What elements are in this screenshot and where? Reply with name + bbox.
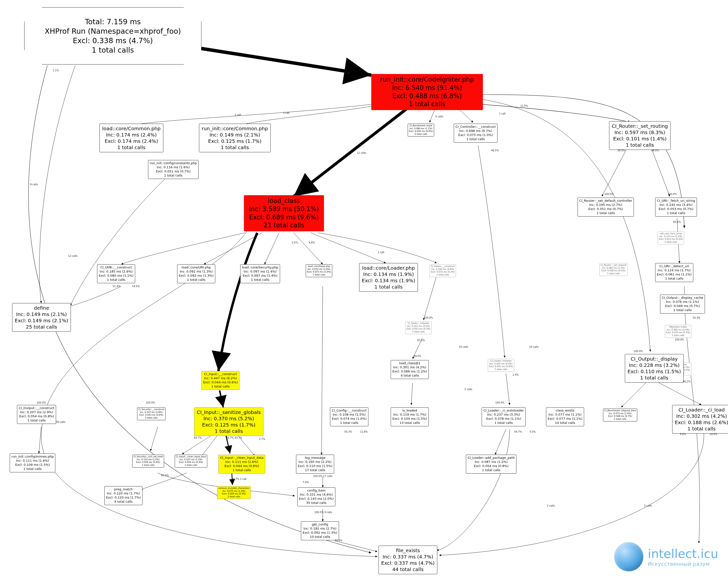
node-load-common[interactable]: load::core/Common.php Inc: 0.174 ms (2.4… — [100, 124, 163, 152]
edge-label: 97.3% — [417, 339, 425, 342]
edge-label: 54.7% — [514, 431, 522, 433]
node-hooks-initialize[interactable]: CI_Hooks::_initialize Inc: 0.321 ms (4.5… — [405, 321, 432, 334]
node-output-display[interactable]: CI_Output::_display Inc: 0.228 ms (3.2%)… — [625, 354, 683, 383]
edge-label: 14.0% — [709, 433, 717, 436]
edge-label: 100.0% — [495, 401, 504, 404]
node-router-set-default[interactable]: CI_Router::_set_default_controller Inc: … — [577, 198, 634, 217]
node-log-message[interactable]: log_message Inc: 0.160 ms (2.2%) Excl: 0… — [296, 455, 334, 474]
edge-label: 4.8% — [309, 241, 315, 244]
edge-label: 2 calls — [547, 504, 555, 507]
node-preg-match[interactable]: preg_match Inc: 0.120 ms (1.7%) Excl: 0.… — [104, 486, 142, 505]
node-class-exists[interactable]: class_exists Inc: 0.077 ms (1.1%) Excl: … — [546, 407, 584, 426]
edge-label: 1 call — [235, 113, 241, 116]
edge-label: 100.0% — [424, 316, 433, 319]
edge-label: 5 calls — [435, 115, 443, 118]
edge-label: 96.2% — [683, 380, 691, 383]
brand-globe-icon — [614, 542, 643, 571]
edge-label: 39.3% — [617, 149, 625, 152]
edge-label: 11.5% — [520, 105, 528, 107]
node-ci-security-construct[interactable]: CI_Security::__construct Inc: 0.197 ms (… — [137, 407, 165, 420]
node-define[interactable]: define Inc: 0.149 ms (2.1%) Excl: 0.149 … — [12, 303, 71, 332]
edge-label: 5.0% — [529, 431, 536, 433]
edge-label: 10 calls — [529, 345, 539, 348]
node-ci-config-construct[interactable]: CI_Config::__construct Inc: 0.108 ms (1.… — [330, 407, 368, 426]
node-config-item[interactable]: config_item Inc: 0.331 ms (4.6%) Excl: 0… — [297, 488, 335, 506]
node-remove-invisible[interactable]: remove_invisible_characters Inc: 0.075 m… — [217, 486, 251, 499]
node-load-security[interactable]: load::core/Security.php Inc: 0.097 ms (1… — [240, 264, 280, 283]
edge-label: 100.0% 17 calls — [313, 475, 333, 477]
edge-label: 100.0% — [675, 338, 684, 341]
node-ci-output-construct[interactable]: CI_Output::__construct Inc: 0.207 ms (2.… — [17, 405, 56, 424]
node-benchmark-mark[interactable]: CI_Benchmark::mark Inc: 0.080 ms (1.1%) … — [408, 124, 434, 137]
node-welcome-index[interactable]: Welcome::index Inc: 0.360 ms (5.0%) Excl… — [665, 325, 691, 338]
node-utf8[interactable]: CI_Utf8::__construct Inc: 0.185 ms (2.6%… — [97, 264, 135, 283]
node-router-set-request[interactable]: CI_Router::_set_request Inc: 0.081 ms (1… — [599, 263, 627, 276]
node-codeigniter[interactable]: run_init::core/CodeIgniter.php Inc: 6.54… — [371, 74, 483, 110]
node-load-class[interactable]: load_class Inc: 3.589 ms (50.1%) Excl: 0… — [244, 195, 324, 231]
edge-label: 12 calls — [68, 255, 77, 257]
edge-label: 100.0% — [633, 350, 643, 353]
edge-label: 7.4% — [303, 481, 309, 483]
node-csrf-set-hash[interactable]: CI_Security::_csrf_set_hash Inc: 0.110 m… — [132, 455, 164, 468]
node-loader-initialize[interactable]: CI_Loader::initialize Inc: 0.287 ms (4.0… — [488, 359, 514, 372]
node-get-config[interactable]: get_config Inc: 0.192 ms (2.7%) Excl: 0.… — [301, 521, 339, 540]
node-uri-detect[interactable]: CI_URI::_detect_uri Inc: 0.124 ms (1.7%)… — [655, 263, 693, 282]
node-root[interactable]: Total: 7.159 ms XHProf Run (Namespace=xh… — [24, 7, 201, 64]
node-hooks-construct[interactable]: CI_Hooks::__construct Inc: 0.344 ms (4.8… — [430, 264, 456, 277]
node-router-set-routing[interactable]: CI_Router::_set_routing Inc: 0.597 ms (8… — [609, 121, 671, 150]
node-root-excl: Excl: 0.338 ms (4.7%) — [36, 36, 189, 45]
edge-label: 55.3% — [344, 431, 352, 433]
node-root-ns: XHProf Run (Namespace=xhprof_foo) — [36, 26, 189, 36]
node-loader-ci-load[interactable]: CI_Loader::_ci_load Inc: 0.302 ms (4.2%)… — [672, 405, 728, 434]
edge-label: 14.5% — [132, 285, 140, 287]
edge-label: 65.6% — [673, 221, 681, 223]
edge-label: 1.1% — [53, 69, 59, 72]
edge-label: 12.9% — [335, 539, 342, 542]
edge-label: 11.8% — [360, 431, 368, 433]
node-loader-add-package[interactable]: CI_Loader::add_package_path Inc: 0.087 m… — [466, 455, 516, 474]
edge-label: 100.0% — [146, 401, 155, 404]
node-uri-fetch[interactable]: CI_URI::_fetch_uri_string Inc: 0.242 ms … — [655, 198, 697, 217]
node-constants[interactable]: run_init::config/constants.php Inc: 0.11… — [148, 160, 199, 179]
node-call-user-func[interactable]: call_user_func_array Inc: 0.373 ms (5.2%… — [658, 231, 684, 244]
edge-label: 43.7% — [194, 437, 202, 439]
edge-label: 30 calls — [56, 421, 65, 423]
edge-label: 100.0% — [668, 193, 677, 195]
node-is-loaded[interactable]: is_loaded Inc: 0.119 ms (1.7%) Excl: 0.1… — [391, 407, 429, 426]
node-ci-input-construct[interactable]: CI_Input::__construct Inc: 0.447 ms (6.2… — [201, 371, 239, 390]
edge-label: 99.0% — [414, 355, 421, 357]
node-clean-input-keys[interactable]: CI_Input::_clean_input_keys Inc: 0.107 m… — [175, 455, 207, 468]
edge-label: 1 call — [344, 72, 350, 74]
edge-label: 46.5% — [491, 149, 499, 152]
node-file-exists[interactable]: file_exists Inc: 0.337 ms (4.7%) Excl: 0… — [379, 546, 437, 574]
node-ci-controller[interactable]: CI_Controller::__construct Inc: 0.698 ms… — [454, 124, 497, 143]
edge-label: 2.5% — [292, 241, 298, 244]
node-load-input[interactable]: load::core/Input.php Inc: 0.072 ms (1.0%… — [306, 264, 332, 277]
node-load-uri[interactable]: load::core/URI.php Inc: 0.092 ms (1.3%) … — [177, 264, 215, 283]
edge-label: 2.7% — [259, 438, 265, 440]
edge-label: 8.8% — [680, 433, 686, 436]
edge-label: 45.7% 43.7% — [226, 437, 242, 439]
brand-watermark: intellect.icu Искусственный разум — [614, 542, 718, 571]
edge-label: 1 call — [283, 112, 290, 114]
node-ci-input-sanitize[interactable]: CI_Input::_sanitize_globals Inc: 0.370 m… — [194, 407, 263, 436]
edge-label: 100.0% 9 calls — [314, 511, 332, 514]
edge-label: 10 calls — [459, 345, 468, 348]
node-root-calls: 1 total calls — [36, 45, 189, 55]
node-loader-autoloader[interactable]: CI_Loader::_ci_autoloader Inc: 0.237 ms … — [482, 407, 526, 426]
node-benchmark-elapsed[interactable]: CI_Benchmark::elapsed_time Inc: 0.073 ms… — [603, 409, 637, 421]
edge-label: 48.5% — [651, 149, 659, 152]
edge-label: 33.3% — [693, 316, 700, 319]
brand-name: intellect.icu — [648, 547, 718, 561]
brand-tagline: Искусственный разум — [648, 561, 718, 567]
node-output-display-cache[interactable]: CI_Output::_display_cache Inc: 0.076 ms … — [660, 295, 705, 313]
node-load-loader[interactable]: load::core/Loader.php Inc: 0.134 ms (1.9… — [359, 263, 418, 292]
node-runinit-common[interactable]: run_init::core/Common.php Inc: 0.149 ms … — [199, 124, 270, 152]
node-root-total: Total: 7.159 ms — [36, 17, 189, 26]
node-mimes[interactable]: run_init::config/mimes.php Inc: 0.111 ms… — [10, 453, 55, 472]
edge-label: 2 calls — [465, 388, 472, 391]
node-clean-input-data[interactable]: CI_Input::_clean_input_data Inc: 0.111 m… — [218, 455, 265, 474]
edge-label: 63.0% — [161, 474, 169, 477]
edge-label: 49.7% 1 call — [232, 478, 246, 480]
node-load-class-at1[interactable]: load_class@1 Inc: 0.301 ms (4.2%) Excl: … — [391, 360, 429, 379]
